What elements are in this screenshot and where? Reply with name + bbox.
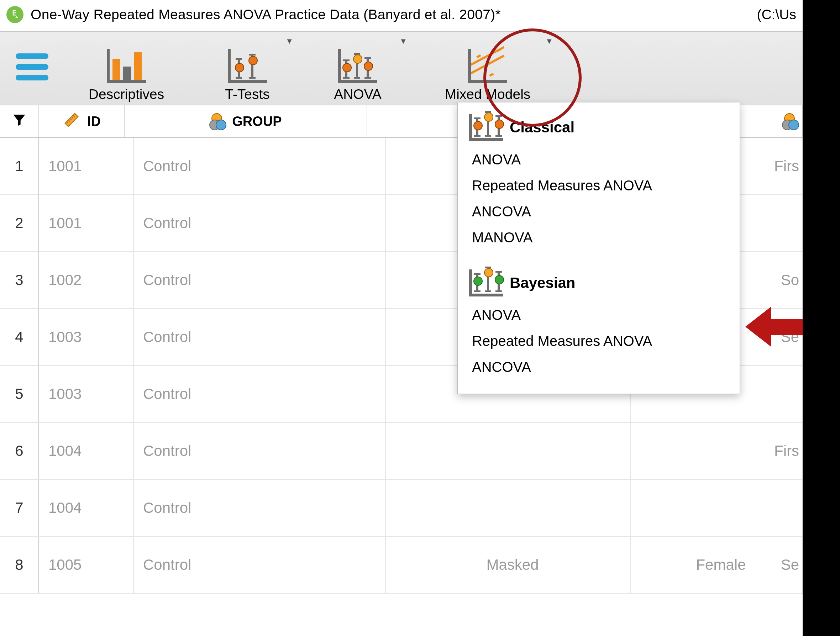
title-bar: One-Way Repeated Measures ANOVA Practice… [0, 0, 803, 31]
column-header-group[interactable]: GROUP [125, 105, 367, 137]
cell-group[interactable]: Control [134, 366, 386, 423]
toolbar-label: Descriptives [88, 87, 164, 102]
cell-id[interactable]: 1004 [39, 480, 134, 537]
cell-group[interactable]: Control [134, 537, 386, 593]
cell-group[interactable]: Control [134, 423, 386, 480]
chevron-down-icon: ▼ [399, 37, 407, 46]
cell-group[interactable]: Control [134, 480, 386, 537]
cell-value: Female [696, 556, 746, 573]
menu-item[interactable]: ANOVA [458, 302, 740, 328]
cell-id[interactable]: 1003 [39, 309, 134, 366]
cell-partial[interactable] [631, 480, 803, 537]
nominal-icon [782, 113, 798, 129]
error-bar-two-icon [226, 47, 269, 83]
cell-group[interactable]: Control [134, 195, 386, 252]
cell-group[interactable]: Control [134, 138, 386, 195]
menu-item[interactable]: Repeated Measures ANOVA [458, 173, 740, 199]
cell-group[interactable]: Control [134, 252, 386, 309]
row-number: 5 [0, 366, 39, 423]
window-title: One-Way Repeated Measures ANOVA Practice… [31, 7, 501, 22]
menu-item[interactable]: ANCOVA [458, 199, 740, 224]
error-bar-three-icon [469, 114, 503, 141]
row-number: 2 [0, 195, 39, 252]
menu-item[interactable]: ANCOVA [458, 354, 740, 380]
cell-hidden[interactable] [386, 423, 631, 480]
hamburger-icon [16, 54, 48, 80]
column-label: GROUP [232, 114, 281, 129]
cell-partial[interactable]: FemaleSe [631, 537, 803, 593]
chevron-down-icon: ▼ [545, 37, 553, 46]
menu-item[interactable]: MANOVA [458, 224, 740, 251]
table-row[interactable]: 81005ControlMaskedFemaleSe [0, 537, 803, 593]
anova-dropdown-menu: Classical ANOVARepeated Measures ANOVAAN… [457, 103, 740, 394]
annotation-arrow [745, 307, 803, 346]
cell-hidden[interactable] [386, 480, 631, 537]
cell-peek-right: Firs [774, 158, 799, 175]
cell-value: Masked [486, 556, 538, 573]
error-bar-three-green-icon [469, 270, 503, 297]
main-toolbar: Descriptives ▼ T-Tests ▼ ANOVA [0, 31, 803, 105]
cell-id[interactable]: 1002 [39, 252, 134, 309]
menu-item[interactable]: Repeated Measures ANOVA [458, 328, 740, 354]
nominal-icon [209, 113, 226, 129]
toolbar-descriptives-button[interactable]: Descriptives [64, 32, 189, 102]
column-header-id[interactable]: ID [39, 105, 125, 137]
table-row[interactable]: 61004ControlFirs [0, 423, 803, 480]
menu-item[interactable]: ANOVA [458, 147, 740, 173]
cell-peek-right: Se [781, 556, 799, 573]
cell-id[interactable]: 1004 [39, 423, 134, 480]
row-number: 3 [0, 252, 39, 309]
cell-id[interactable]: 1003 [39, 366, 134, 423]
bar-chart-icon [105, 47, 148, 83]
funnel-icon [11, 112, 27, 131]
table-row[interactable]: 71004Control [0, 480, 803, 537]
cell-id[interactable]: 1001 [39, 195, 134, 252]
cell-hidden[interactable]: Masked [386, 537, 631, 593]
row-number: 8 [0, 537, 39, 593]
row-number: 7 [0, 480, 39, 537]
menu-divider [466, 260, 731, 260]
ruler-icon [62, 111, 81, 133]
cell-group[interactable]: Control [134, 309, 386, 366]
row-number: 4 [0, 309, 39, 366]
error-bar-three-icon [336, 47, 379, 83]
toolbar-label: ANOVA [334, 87, 382, 102]
menu-section-title-text: Bayesian [510, 275, 575, 292]
menu-section-bayesian: Bayesian [458, 267, 740, 301]
column-label: ID [87, 114, 101, 129]
row-number: 1 [0, 138, 39, 195]
toolbar-label: Mixed Models [445, 87, 531, 102]
filter-column-header[interactable] [0, 105, 39, 137]
toolbar-label: T-Tests [225, 87, 270, 102]
cell-peek-right: Firs [774, 442, 799, 459]
menu-section-title-text: Classical [510, 119, 575, 136]
cell-partial[interactable]: Firs [631, 423, 803, 480]
scatter-lines-icon [466, 47, 509, 83]
window-path-fragment: (C:\Us [757, 7, 797, 22]
app-logo-icon [6, 6, 24, 23]
cell-id[interactable]: 1005 [39, 537, 134, 593]
cell-id[interactable]: 1001 [39, 138, 134, 195]
toolbar-mixed-models-button[interactable]: ▼ Mixed Models [420, 32, 555, 102]
toolbar-ttests-button[interactable]: ▼ T-Tests [199, 32, 295, 102]
toolbar-anova-button[interactable]: ▼ ANOVA [306, 32, 409, 102]
row-number: 6 [0, 423, 39, 480]
chevron-down-icon: ▼ [286, 37, 293, 46]
menu-section-classical: Classical [458, 111, 740, 145]
cell-peek-right: So [781, 271, 799, 289]
hamburger-menu-button[interactable] [11, 32, 54, 102]
